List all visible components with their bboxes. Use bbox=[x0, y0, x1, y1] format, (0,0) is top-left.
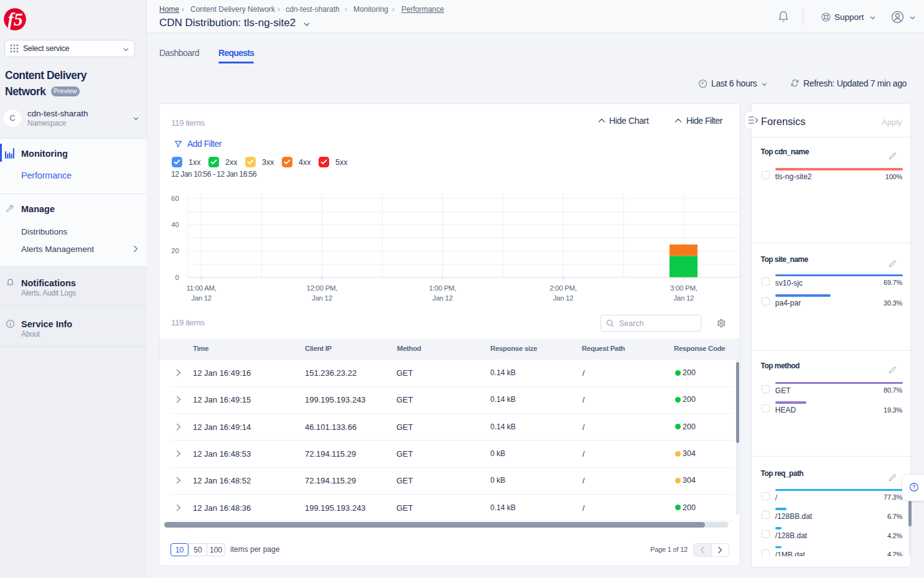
svg-text:Jan 12: Jan 12 bbox=[432, 294, 453, 302]
svg-text:60: 60 bbox=[171, 195, 179, 202]
svg-text:20: 20 bbox=[171, 247, 179, 254]
svg-text:11:00 AM,: 11:00 AM, bbox=[186, 284, 216, 292]
svg-text:Jan 12: Jan 12 bbox=[312, 294, 332, 302]
svg-text:12:00 PM,: 12:00 PM, bbox=[307, 284, 338, 292]
svg-text:Jan 12: Jan 12 bbox=[673, 294, 694, 302]
svg-text:1:00 PM,: 1:00 PM, bbox=[429, 284, 456, 292]
svg-text:3:00 PM,: 3:00 PM, bbox=[670, 284, 698, 292]
svg-text:f5: f5 bbox=[7, 9, 23, 29]
svg-text:Jan 12: Jan 12 bbox=[191, 294, 212, 302]
svg-text:2:00 PM,: 2:00 PM, bbox=[549, 284, 577, 292]
svg-text:Jan 12: Jan 12 bbox=[553, 294, 574, 302]
svg-text:0: 0 bbox=[175, 274, 179, 281]
svg-text:40: 40 bbox=[171, 221, 179, 228]
